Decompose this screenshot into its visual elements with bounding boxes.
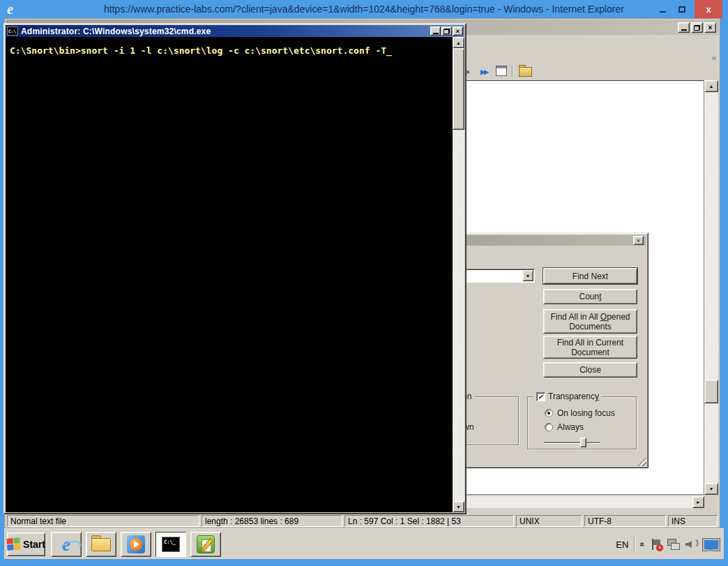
on-losing-focus-label: On losing focus xyxy=(557,408,615,418)
ie-minimize-button[interactable] xyxy=(653,0,672,18)
start-button[interactable]: Start xyxy=(7,533,45,556)
toolbar-separator xyxy=(512,66,513,77)
find-all-opened-button[interactable]: Find All in All Opened Documents xyxy=(543,309,637,334)
scroll-up-arrow[interactable]: ▲ xyxy=(453,37,464,48)
language-indicator[interactable]: EN xyxy=(616,539,628,550)
cmd-cursor: _ xyxy=(386,45,392,56)
count-label: Coun xyxy=(579,292,599,301)
taskbar-item-internet-explorer[interactable]: e xyxy=(51,532,82,557)
taskbar-item-notepad-plus-plus[interactable] xyxy=(190,532,221,557)
start-label: Start xyxy=(23,539,45,550)
taskbar: Start e EN « × xyxy=(4,528,724,559)
ie-logo-icon: e xyxy=(7,2,22,16)
remote-desktop-screen: e https://www.practice-labs.com/?client=… xyxy=(0,0,728,566)
ie-close-button[interactable]: x xyxy=(695,0,722,18)
windows-logo-icon xyxy=(6,537,20,551)
find-all-opened-label: Find All in All Opened Documents xyxy=(548,312,632,332)
scroll-down-arrow[interactable]: ▼ xyxy=(704,483,718,495)
ie-titlebar: e https://www.practice-labs.com/?client=… xyxy=(0,0,728,18)
scroll-up-arrow[interactable]: ▲ xyxy=(704,80,718,92)
restore-icon xyxy=(694,25,700,31)
minimize-icon xyxy=(681,29,687,31)
display-monitor-icon[interactable] xyxy=(703,539,718,551)
document-panel-icon[interactable] xyxy=(496,66,507,76)
close-button[interactable]: Close xyxy=(543,362,637,378)
notepad-plus-plus-icon xyxy=(197,535,215,553)
volume-icon[interactable] xyxy=(685,539,697,549)
radio-icon xyxy=(545,423,553,431)
transparency-label: Transparency xyxy=(548,392,599,401)
npp-minimize-button[interactable] xyxy=(678,22,690,33)
cmd-window-title: Administrator: C:\Windows\system32\cmd.e… xyxy=(21,27,211,36)
radio-icon xyxy=(545,409,553,417)
cmd-titlebar[interactable]: C:\ Administrator: C:\Windows\system32\c… xyxy=(6,25,464,37)
cmd-close-button[interactable]: × xyxy=(453,27,463,36)
always-radio[interactable]: Always xyxy=(545,422,584,432)
internet-explorer-icon: e xyxy=(62,535,70,553)
npp-close-button[interactable]: × xyxy=(704,22,716,33)
cmd-icon xyxy=(162,537,180,552)
minimize-icon xyxy=(660,11,666,13)
count-button[interactable]: Count xyxy=(543,289,637,304)
npp-restore-button[interactable] xyxy=(691,22,703,33)
taskbar-item-explorer[interactable] xyxy=(86,532,116,557)
network-icon[interactable] xyxy=(667,539,680,550)
media-player-icon xyxy=(127,535,145,553)
cmd-restore-button[interactable] xyxy=(441,27,452,36)
combobox-dropdown-icon[interactable]: ▼ xyxy=(522,270,533,281)
taskbar-item-cmd[interactable] xyxy=(156,532,186,557)
status-typing-mode: INS xyxy=(668,515,718,527)
maximize-icon xyxy=(678,6,685,13)
npp-vertical-scrollbar: ▲ ▼ xyxy=(704,80,718,495)
action-center-flag-icon[interactable]: × xyxy=(651,539,662,551)
on-losing-focus-radio[interactable]: On losing focus xyxy=(545,408,615,418)
scroll-down-arrow[interactable]: ▼ xyxy=(453,501,464,512)
scroll-right-arrow[interactable]: ► xyxy=(692,496,704,508)
restore-icon xyxy=(443,29,450,34)
status-eol-format: UNIX xyxy=(516,515,582,527)
ie-window-title: https://www.practice-labs.com/?client=ja… xyxy=(0,3,728,15)
slider-thumb[interactable] xyxy=(580,438,586,447)
scrollbar-thumb[interactable] xyxy=(453,48,464,130)
cmd-console[interactable]: C:\Snort\bin>snort -i 1 -l c:\snort\log … xyxy=(6,37,464,512)
cmd-prompt-line: C:\Snort\bin>snort -i 1 -l c:\snort\log … xyxy=(10,45,392,56)
taskbar-item-media-player[interactable] xyxy=(121,532,151,557)
ie-maximize-button[interactable] xyxy=(672,0,692,18)
status-doc-type: Normal text file xyxy=(7,515,199,527)
folder-icon xyxy=(91,538,111,551)
status-cursor-position: Ln : 597 Col : 1 Sel : 1882 | 53 xyxy=(344,515,514,527)
transparency-group: ✓ Transparency On losing focus Always xyxy=(527,396,637,449)
scrollbar-thumb[interactable] xyxy=(704,380,718,403)
find-next-button[interactable]: Find Next xyxy=(543,268,637,284)
find-all-current-button[interactable]: Find All in Current Document xyxy=(543,336,637,359)
slider-track xyxy=(544,442,600,443)
transparency-slider[interactable] xyxy=(544,438,600,447)
cmd-minimize-button[interactable] xyxy=(430,27,441,36)
run-macro-multiple-times-icon[interactable]: ▶▶ xyxy=(480,66,487,77)
panel-close-icon[interactable]: × xyxy=(709,53,719,63)
cmd-vertical-scrollbar: ▲ ▼ xyxy=(453,37,464,512)
show-hidden-icons-chevron[interactable]: « xyxy=(638,542,648,547)
count-mnemonic: t xyxy=(599,292,601,301)
system-tray: EN « × xyxy=(616,532,721,557)
tray-separator xyxy=(634,536,635,553)
find-dialog-close-icon[interactable]: × xyxy=(633,236,644,245)
status-length-lines: length : 26853 lines : 689 xyxy=(202,515,342,527)
folder-as-workspace-icon[interactable] xyxy=(519,67,532,77)
cmd-window: C:\ Administrator: C:\Windows\system32\c… xyxy=(3,23,467,514)
always-label: Always xyxy=(557,422,584,432)
dialog-resize-grip[interactable] xyxy=(637,457,646,466)
minimize-icon xyxy=(433,33,439,34)
cmd-icon: C:\ xyxy=(7,27,18,36)
error-badge: × xyxy=(656,544,663,551)
status-encoding: UTF-8 xyxy=(584,515,666,527)
transparency-checkbox[interactable]: ✓ xyxy=(536,392,545,401)
scrollbar-track[interactable] xyxy=(704,92,718,483)
npp-statusbar: Normal text file length : 26853 lines : … xyxy=(6,514,719,528)
